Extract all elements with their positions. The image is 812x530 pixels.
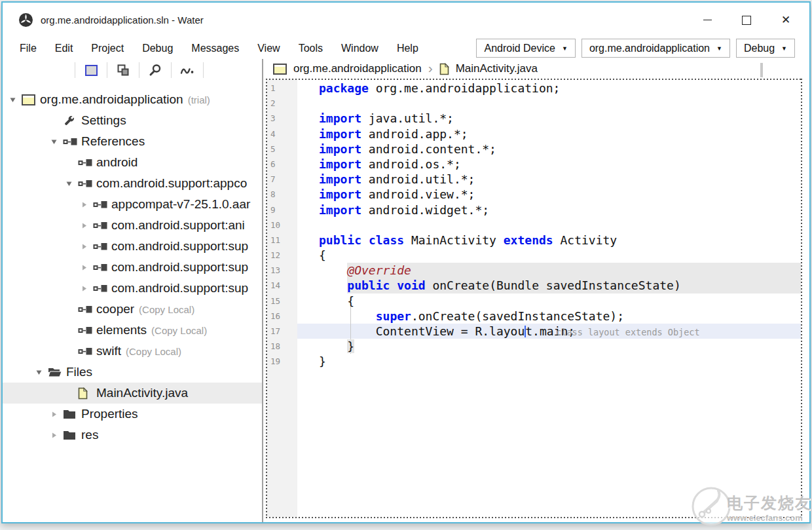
tree-item-com-android-support-appco[interactable]: com.android.support:appco (3, 173, 262, 194)
editor-scroll-grip[interactable] (760, 63, 763, 77)
project-icon (22, 94, 40, 105)
menu-item-messages[interactable]: Messages (182, 40, 248, 57)
tree-item-label: com.android.support:sup (111, 281, 248, 295)
menu-bar: FileEditProjectDebugMessagesViewToolsWin… (3, 37, 809, 59)
menu-item-file[interactable]: File (10, 40, 46, 57)
tree-item-mainactivity-java[interactable]: MainActivity.java (3, 383, 262, 404)
menu-item-debug[interactable]: Debug (133, 40, 182, 57)
menu-item-tools[interactable]: Tools (289, 40, 332, 57)
tree-item-com-android-support-sup[interactable]: com.android.support:sup (3, 278, 262, 299)
expand-arrow-icon[interactable] (81, 243, 93, 250)
reference-icon (78, 347, 96, 356)
breadcrumb-file[interactable]: MainActivity.java (456, 62, 538, 75)
tree-item-appcompat-v7-25-1-0-aar[interactable]: appcompat-v7-25.1.0.aar (3, 194, 262, 215)
code-line-1[interactable]: package org.me.androidapplication; (297, 81, 801, 96)
code-line-3[interactable]: import java.util.*; (297, 111, 801, 126)
code-line-9[interactable]: import android.widget.*; (297, 202, 801, 218)
line-number: 10 (266, 218, 297, 233)
close-button[interactable]: ✕ (766, 3, 805, 37)
tree-item-label: Properties (81, 407, 138, 421)
menu-item-edit[interactable]: Edit (46, 40, 83, 57)
expand-arrow-icon[interactable] (81, 264, 93, 271)
code-editor: 12345678910111213141516171819 package or… (266, 79, 801, 517)
line-number: 9 (266, 202, 297, 218)
menu-item-help[interactable]: Help (388, 40, 428, 57)
tree-item-com-android-support-ani[interactable]: com.android.support:ani (3, 215, 262, 236)
line-number: 6 (266, 157, 297, 172)
breadcrumb-project[interactable]: org.me.androidapplication (293, 62, 422, 75)
toolbar-separator (203, 62, 204, 78)
code-line-10[interactable] (297, 218, 801, 233)
expand-arrow-icon[interactable] (81, 285, 93, 292)
tree-item-label: com.android.support:sup (111, 260, 248, 274)
minimize-button[interactable] (688, 3, 727, 37)
collapse-arrow-icon[interactable] (9, 96, 22, 104)
tree-item-label: Settings (81, 113, 126, 128)
file-icon (439, 63, 449, 75)
code-line-2[interactable] (297, 96, 801, 111)
expand-arrow-icon[interactable] (81, 201, 93, 208)
code-line-19[interactable]: } (297, 354, 801, 369)
tree-item-files[interactable]: Files (3, 362, 262, 383)
code-line-12[interactable]: { (297, 248, 801, 263)
project-dropdown[interactable]: org.me.androidapplication▼ (581, 39, 730, 58)
toolbar-selection-frame-button[interactable] (83, 62, 100, 79)
code-line-6[interactable]: import android.os.*; (297, 157, 801, 172)
code-line-17[interactable]: ContentView = R.layout.main;class layout… (297, 324, 801, 339)
menu-item-project[interactable]: Project (82, 40, 133, 57)
breadcrumb: org.me.androidapplication › MainActivity… (266, 59, 809, 79)
tree-item-suffix: (trial) (188, 94, 210, 105)
expand-arrow-icon[interactable] (81, 222, 93, 229)
code-line-16[interactable]: super.onCreate(savedInstanceState); (297, 309, 801, 324)
collapse-arrow-icon[interactable] (50, 138, 63, 145)
code-line-18[interactable]: } (297, 339, 801, 354)
tree-item-elements[interactable]: elements(Copy Local) (3, 320, 262, 341)
tree-item-org-me-androidapplication[interactable]: org.me.androidapplication(trial) (3, 89, 262, 110)
device-dropdown[interactable]: Android Device▼ (476, 39, 575, 58)
tree-item-properties[interactable]: Properties (3, 404, 262, 425)
tree-item-references[interactable]: References (3, 131, 262, 152)
configuration-dropdown[interactable]: Debug▼ (736, 39, 795, 58)
code-line-13[interactable]: @Override (297, 263, 801, 278)
toolbar-separator (75, 62, 75, 78)
menu-item-view[interactable]: View (248, 40, 289, 57)
expand-arrow-icon[interactable] (50, 432, 63, 439)
breadcrumb-separator: › (428, 61, 433, 75)
code-line-11[interactable]: public class MainActivity extends Activi… (297, 233, 801, 248)
collapse-arrow-icon[interactable] (65, 180, 78, 187)
code-line-8[interactable]: import android.view.*; (297, 187, 801, 202)
tree-item-com-android-support-sup[interactable]: com.android.support:sup (3, 257, 262, 278)
toolbar-search-button[interactable] (147, 62, 164, 79)
code-line-5[interactable]: import android.content.*; (297, 142, 801, 157)
configuration-dropdown-label: Debug (744, 43, 775, 54)
code-line-15[interactable]: { (297, 293, 801, 309)
tree-item-res[interactable]: res (3, 425, 262, 445)
toolbar-squiggle-button[interactable] (179, 62, 196, 79)
selection-frame-icon (85, 65, 98, 76)
line-number: 8 (266, 187, 297, 202)
panel-splitter[interactable] (262, 59, 263, 522)
code-line-14[interactable]: public void onCreate(Bundle savedInstanc… (297, 278, 801, 293)
line-number: 11 (266, 233, 297, 248)
title-bar: org.me.androidapplication.sln - Water ✕ (3, 3, 809, 37)
toolbar-copy-button[interactable] (115, 62, 132, 79)
expand-arrow-icon[interactable] (50, 411, 63, 418)
search-icon (149, 64, 162, 77)
reference-icon (78, 179, 96, 188)
tree-item-cooper[interactable]: cooper(Copy Local) (3, 299, 262, 320)
tree-item-android[interactable]: android (3, 152, 262, 173)
collapse-arrow-icon[interactable] (35, 369, 48, 376)
reference-icon (78, 326, 96, 335)
run-selectors: Android Device▼org.me.androidapplication… (476, 39, 795, 58)
window-controls: ✕ (688, 3, 805, 37)
menu-item-window[interactable]: Window (332, 40, 388, 57)
code-line-7[interactable]: import android.util.*; (297, 172, 801, 187)
toolbar-separator (171, 62, 172, 78)
tree-item-settings[interactable]: Settings (3, 110, 262, 131)
code-area[interactable]: package org.me.androidapplication;import… (297, 79, 801, 517)
maximize-button[interactable] (727, 3, 766, 37)
tree-item-swift[interactable]: swift(Copy Local) (3, 341, 262, 362)
tree-item-com-android-support-sup[interactable]: com.android.support:sup (3, 236, 262, 257)
code-line-4[interactable]: import android.app.*; (297, 126, 801, 142)
device-dropdown-label: Android Device (484, 43, 555, 54)
